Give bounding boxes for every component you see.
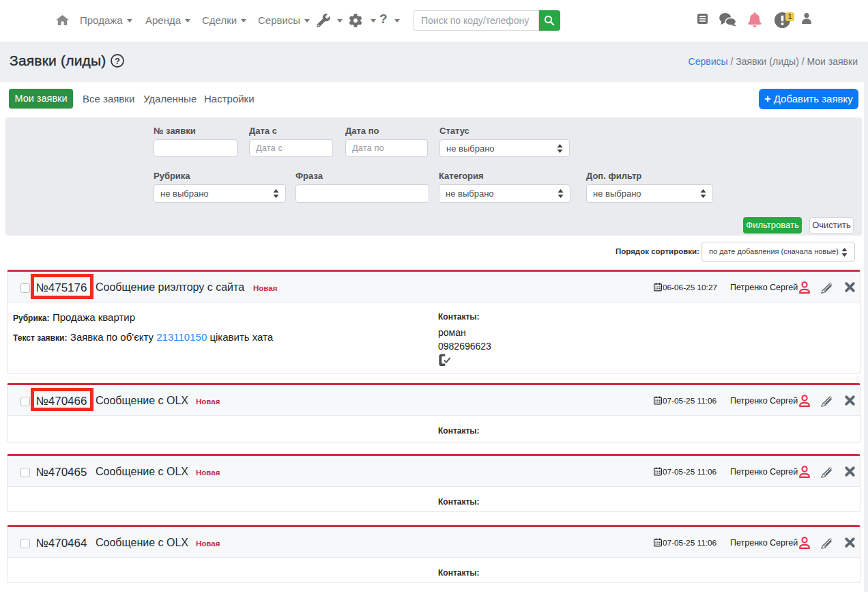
svg-text:?: ? bbox=[115, 55, 120, 66]
svg-text:1: 1 bbox=[788, 13, 792, 20]
